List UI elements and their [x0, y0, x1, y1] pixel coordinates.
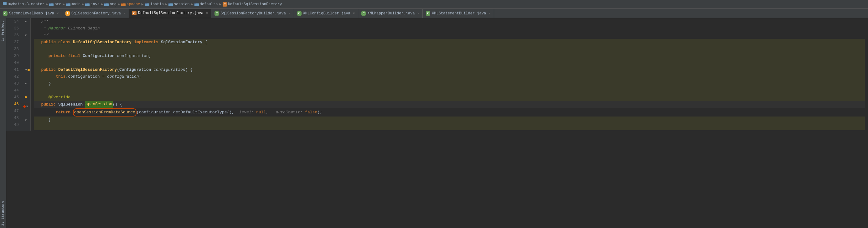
code-editor[interactable]: 34 35 36 37 38 39 40 41 42 43 44 45 46 4… [6, 18, 868, 228]
line-num-44: 44 [9, 87, 19, 94]
tab-close-icon[interactable]: × [57, 11, 59, 15]
tab-icon-c: C [297, 11, 302, 15]
gutter-41: ▼ [21, 66, 30, 73]
code-line-37: public class DefaultSqlSessionFactory im… [34, 39, 865, 46]
gutter-39 [21, 53, 30, 60]
line-num-48: 48 [9, 115, 19, 122]
gutter-44 [21, 87, 30, 94]
breadcrumb-class[interactable]: DefaultSqlSessionFactory [228, 2, 282, 7]
line-num-42: 42 [9, 73, 19, 80]
project-icon [2, 2, 7, 7]
tab-close-icon[interactable]: × [123, 11, 126, 15]
fold-icon-48[interactable]: ▼ [25, 119, 27, 122]
line-num-47: 47 [9, 108, 19, 115]
svg-rect-18 [194, 3, 196, 4]
annotation-marker-45 [25, 96, 27, 98]
fold-icon-36[interactable]: ▼ [25, 34, 27, 37]
code-line-34: /** [34, 18, 865, 25]
tab-icon-c: C [361, 11, 366, 15]
code-line-36: */ [34, 32, 865, 39]
breadcrumb-defaults[interactable]: defaults [200, 2, 218, 7]
code-line-46: public SqlSession openSession() { [34, 101, 865, 108]
code-line-48: } [34, 117, 865, 123]
fold-icon-46[interactable]: ▼ [26, 105, 28, 108]
tab-label: XMLMapperBuilder.java [367, 11, 414, 15]
code-line-49 [34, 123, 865, 130]
gutter-43: ▼ [21, 80, 30, 87]
tab-default-sql-session-factory[interactable]: C DefaultSqlSessionFactory.java × [129, 9, 211, 18]
breadcrumb-java[interactable]: java [91, 2, 100, 7]
fold-icon-34[interactable]: ▼ [25, 20, 27, 24]
gutter-38 [21, 46, 30, 53]
fold-icon-41[interactable]: ▼ [25, 68, 27, 72]
tab-sql-session-factory-builder[interactable]: C SqlSessionFactoryBuilder.java × [211, 9, 294, 18]
line-num-41: 41 [9, 66, 19, 73]
tab-close-icon[interactable]: × [206, 11, 208, 15]
gutter-48: ▼ [21, 117, 30, 124]
tab-second-level-demo[interactable]: C SecondLevelDemo.java × [0, 9, 62, 18]
line-num-39: 39 [9, 53, 19, 60]
code-line-42: this.configuration = configuration; [34, 73, 865, 80]
svg-rect-8 [85, 3, 87, 4]
gutter-36: ▼ [21, 32, 30, 39]
line-num-43: 43 [9, 80, 19, 87]
breadcrumb-session[interactable]: session [174, 2, 189, 7]
folder-icon-org [104, 2, 108, 6]
tab-icon-i: I [65, 11, 70, 15]
gutter-34: ▼ [21, 18, 30, 25]
folder-icon-apache [121, 2, 126, 6]
bookmark-marker-46 [23, 105, 26, 108]
line-num-34: 34 [9, 18, 19, 25]
sidebar-tab-project[interactable]: 1: Project [0, 18, 6, 44]
svg-rect-4 [49, 3, 51, 4]
sidebar-tab-structure[interactable]: Z: Structure [0, 198, 6, 228]
code-line-38 [34, 46, 865, 53]
left-sidebar: 1: Project Z: Structure [0, 18, 6, 228]
gutter-46: ▼ [21, 103, 30, 110]
gutter-40 [21, 60, 30, 66]
breadcrumb-project[interactable]: mybatis-3-master [8, 2, 44, 7]
breadcrumb-apache[interactable]: apache [126, 2, 140, 7]
tab-close-icon[interactable]: × [489, 11, 491, 15]
tab-close-icon[interactable]: × [417, 11, 420, 15]
tab-label: SqlSessionFactory.java [71, 11, 121, 15]
code-line-35: * @author Clinton Begin [34, 25, 865, 32]
breadcrumb-ibatis[interactable]: ibatis [150, 2, 164, 7]
tab-close-icon[interactable]: × [288, 11, 290, 15]
breadcrumb-src[interactable]: src [55, 2, 61, 7]
gutter-35 [21, 25, 30, 32]
tab-xml-mapper-builder[interactable]: C XMLMapperBuilder.java × [358, 9, 423, 18]
code-line-47: return openSessionFromDataSource(configu… [34, 108, 865, 117]
tab-label: SecondLevelDemo.java [9, 11, 54, 15]
svg-rect-1 [3, 3, 6, 3]
line-numbers: 34 35 36 37 38 39 40 41 42 43 44 45 46 4… [6, 18, 21, 131]
code-line-43: } [34, 80, 865, 87]
svg-rect-14 [145, 3, 147, 4]
tab-xml-statement-builder[interactable]: C XMLStatementBuilder.java × [423, 9, 494, 18]
gutter-49 [21, 124, 30, 131]
line-num-35: 35 [9, 25, 19, 32]
class-icon: C [223, 2, 227, 7]
fold-icon-43[interactable]: ▼ [25, 82, 27, 86]
breadcrumb-main[interactable]: main [71, 2, 81, 7]
tab-icon-c: C [132, 11, 136, 15]
code-line-45: @Override [34, 94, 865, 101]
svg-rect-10 [104, 3, 106, 4]
circled-method: openSessionFromDataSource [73, 108, 136, 117]
breadcrumb-org[interactable]: org [110, 2, 117, 7]
tab-sql-session-factory[interactable]: I SqlSessionFactory.java × [62, 9, 129, 18]
tab-close-icon[interactable]: × [353, 11, 355, 15]
line-num-46: 46 [9, 101, 19, 108]
svg-rect-16 [168, 3, 170, 4]
gutter-37 [21, 39, 30, 46]
tabs-bar: C SecondLevelDemo.java × I SqlSessionFac… [0, 9, 868, 18]
main-layout: 1: Project Z: Structure 34 35 36 37 38 3… [0, 18, 868, 228]
tab-label: XMLStatementBuilder.java [432, 11, 486, 15]
tab-label: DefaultSqlSessionFactory.java [138, 11, 204, 15]
code-line-40 [34, 60, 865, 66]
tab-xml-config-builder[interactable]: C XMLConfigBuilder.java × [294, 9, 359, 18]
gutter-47 [21, 110, 30, 117]
tab-icon-c: C [215, 11, 219, 15]
code-line-41: public DefaultSqlSessionFactory(Configur… [34, 66, 865, 73]
gutter-45 [21, 96, 30, 103]
